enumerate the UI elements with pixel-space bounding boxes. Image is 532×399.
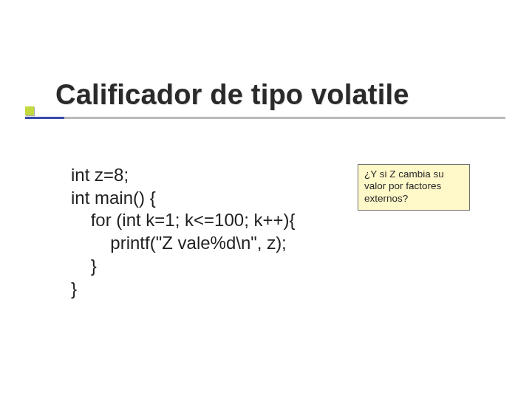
code-line: int z=8;	[71, 165, 129, 185]
code-line: }	[71, 256, 97, 276]
code-line: }	[71, 279, 77, 299]
code-line: for (int k=1; k<=100; k++){	[71, 210, 296, 230]
title-wrap: Calificador de tipo volatile	[55, 80, 499, 111]
title-underline	[25, 117, 505, 119]
code-block: int z=8; int main() { for (int k=1; k<=1…	[71, 164, 296, 300]
slide-title: Calificador de tipo volatile	[55, 80, 499, 111]
title-bullet-icon	[25, 106, 34, 115]
slide: Calificador de tipo volatile int z=8; in…	[0, 0, 532, 399]
callout-note: ¿Y si Z cambia su valor por factores ext…	[358, 164, 470, 211]
code-line: printf("Z vale%d\n", z);	[71, 233, 287, 253]
code-line: int main() {	[71, 188, 156, 208]
